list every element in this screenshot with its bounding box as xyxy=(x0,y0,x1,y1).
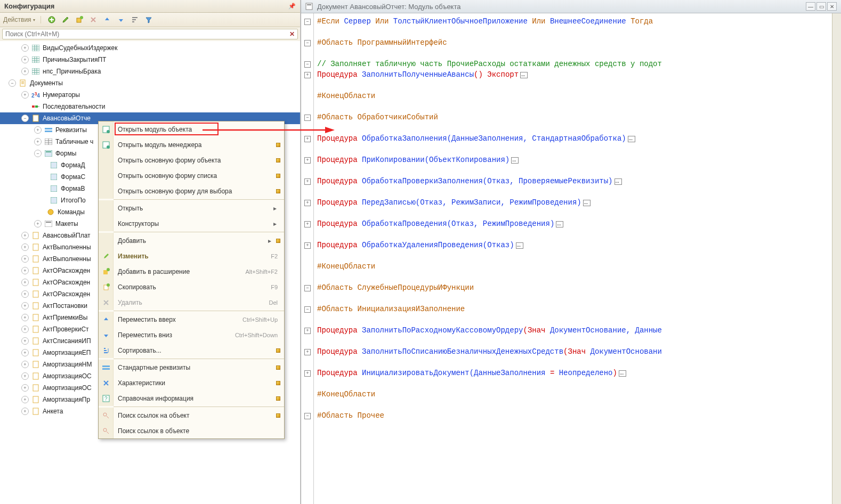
edit-icon xyxy=(99,248,114,264)
tree-item[interactable]: АктСписанияИП xyxy=(43,337,91,345)
svg-point-44 xyxy=(107,145,110,149)
fold-box[interactable] xyxy=(556,221,563,227)
vertical-scrollbar[interactable] xyxy=(832,13,841,504)
tree-item[interactable]: Команды xyxy=(58,208,85,216)
add-ext-icon[interactable] xyxy=(74,14,85,25)
fold-toggle[interactable] xyxy=(304,157,311,164)
ctx-open-manager-module[interactable]: Открыть модуль менеджера xyxy=(99,137,284,152)
fold-toggle[interactable] xyxy=(304,115,311,121)
maximize-button[interactable]: ▭ xyxy=(816,2,826,11)
sort-icon[interactable] xyxy=(130,14,140,25)
fold-toggle[interactable] xyxy=(304,72,311,78)
ctx-sort[interactable]: Сортировать... xyxy=(99,343,284,358)
ctx-move-up[interactable]: Переместить вверхCtrl+Shift+Up xyxy=(99,312,284,327)
fold-toggle[interactable] xyxy=(304,413,311,419)
fold-toggle[interactable] xyxy=(304,136,311,142)
fold-box[interactable] xyxy=(614,178,622,185)
ctx-edit[interactable]: ИзменитьF2 xyxy=(99,248,284,264)
ctx-help-info[interactable]: ?Справочная информация xyxy=(99,391,284,406)
tree-item[interactable]: АктВыполненны xyxy=(43,243,91,251)
fold-toggle[interactable] xyxy=(304,200,311,206)
fold-toggle[interactable] xyxy=(304,306,311,313)
tree-item[interactable]: ВидыСудебныхИздержек xyxy=(43,44,117,52)
fold-box[interactable] xyxy=(516,242,523,249)
actions-menu[interactable]: Действия▾ xyxy=(3,16,41,23)
tree-item[interactable]: Формы xyxy=(55,150,76,157)
ctx-find-refs-in[interactable]: Поиск ссылок в объекте xyxy=(99,423,284,438)
ctx-characteristics[interactable]: Характеристики xyxy=(99,375,284,391)
minimize-button[interactable]: — xyxy=(806,2,815,11)
ctx-open-submenu[interactable]: Открыть▸ xyxy=(99,200,284,216)
clear-search-icon[interactable]: ✕ xyxy=(289,30,295,38)
fold-box[interactable] xyxy=(511,157,519,164)
tree-item[interactable]: АмортизацияОС xyxy=(43,372,92,380)
tree-item[interactable]: ПричиныЗакрытияПТ xyxy=(43,56,106,63)
tree-item[interactable]: ФормаД xyxy=(61,161,85,169)
tree-item[interactable]: Анкета xyxy=(43,408,63,415)
tree-item[interactable]: АктПроверкиСт xyxy=(43,326,89,333)
search-input[interactable] xyxy=(5,30,289,38)
tree-item-selected[interactable]: АвансовыйОтче xyxy=(43,115,91,122)
tree-item[interactable]: АмортизацияНМ xyxy=(43,361,92,368)
tree-item[interactable]: АктОРасхожден xyxy=(43,279,90,286)
tree-item[interactable]: ФормаВ xyxy=(61,185,85,192)
up-icon[interactable] xyxy=(102,14,112,25)
tree-item[interactable]: АвансовыйПлат xyxy=(43,232,91,239)
tree-item[interactable]: Документы xyxy=(30,79,63,87)
svg-rect-37 xyxy=(33,373,38,379)
edit-icon[interactable] xyxy=(60,14,71,25)
ctx-std-attrs[interactable]: Стандартные реквизиты xyxy=(99,360,284,375)
tree-item[interactable]: Реквизиты xyxy=(55,126,87,134)
ctx-find-refs-to[interactable]: Поиск ссылок на объект xyxy=(99,408,284,423)
pin-icon[interactable]: 📌 xyxy=(288,3,296,10)
ctx-constructors-submenu[interactable]: Конструкторы▸ xyxy=(99,216,284,231)
ctx-open-object-form[interactable]: Открыть основную форму объекта xyxy=(99,152,284,168)
tree-item[interactable]: нпс_ПричиныБрака xyxy=(43,68,101,75)
ctx-add-submenu[interactable]: Добавить▸ xyxy=(99,233,284,248)
fold-box[interactable] xyxy=(520,72,528,78)
ctx-open-list-form[interactable]: Открыть основную форму списка xyxy=(99,168,284,183)
tree-item[interactable]: Табличные ч xyxy=(55,138,93,145)
fold-toggle[interactable] xyxy=(304,349,311,355)
table-icon xyxy=(31,44,41,52)
fold-box[interactable] xyxy=(583,200,591,206)
fold-toggle[interactable] xyxy=(304,328,311,334)
fold-box[interactable] xyxy=(619,370,626,377)
tree-item[interactable]: ИтогоПо xyxy=(61,197,86,204)
tree-item[interactable]: АмортизацияОС xyxy=(43,384,92,392)
tree-item[interactable]: АктОРасхожден xyxy=(43,290,90,298)
ctx-move-down[interactable]: Переместить внизCtrl+Shift+Down xyxy=(99,327,284,343)
fold-toggle[interactable] xyxy=(304,40,311,46)
tree-item[interactable]: АмортизацияПр xyxy=(43,396,90,403)
fold-toggle[interactable] xyxy=(304,178,311,185)
down-icon[interactable] xyxy=(116,14,126,25)
fold-toggle[interactable] xyxy=(304,370,311,377)
fold-toggle[interactable] xyxy=(304,242,311,249)
add-icon[interactable] xyxy=(46,14,57,25)
fold-toggle[interactable] xyxy=(304,19,311,25)
tree-item[interactable]: АктВыполненны xyxy=(43,255,91,263)
fold-toggle[interactable] xyxy=(304,61,311,68)
tree-item[interactable]: АмортизацияЕП xyxy=(43,349,91,356)
fold-toggle[interactable] xyxy=(304,221,311,227)
ctx-add-to-extension[interactable]: Добавить в расширениеAlt+Shift+F2 xyxy=(99,264,284,279)
tree-item[interactable]: АктОРасхожден xyxy=(43,267,90,274)
ctx-delete[interactable]: УдалитьDel xyxy=(99,295,284,310)
document-icon xyxy=(31,407,41,416)
close-button[interactable]: ✕ xyxy=(827,2,837,11)
ctx-copy[interactable]: СкопироватьF9 xyxy=(99,279,284,295)
filter-icon[interactable] xyxy=(143,14,154,25)
tree-item[interactable]: АктПриемкиВы xyxy=(43,314,87,321)
tree-item[interactable]: Макеты xyxy=(55,220,78,227)
tree-item[interactable]: АктПостановки xyxy=(43,302,87,310)
search-box[interactable]: ✕ xyxy=(2,29,298,39)
code-editor[interactable]: #Если Сервер Или ТолстыйКлиентОбычноеПри… xyxy=(301,13,832,504)
fold-toggle[interactable] xyxy=(304,285,311,291)
fold-box[interactable] xyxy=(628,136,635,142)
ctx-open-choice-form[interactable]: Открыть основную форму для выбора xyxy=(99,183,284,199)
delete-icon[interactable] xyxy=(88,14,99,25)
tree-item[interactable]: Последовательности xyxy=(43,103,105,110)
ctx-open-object-module[interactable]: Открыть модуль объекта xyxy=(99,121,284,137)
tree-item[interactable]: ФормаС xyxy=(61,173,85,181)
tree-item[interactable]: Нумераторы xyxy=(43,91,80,99)
